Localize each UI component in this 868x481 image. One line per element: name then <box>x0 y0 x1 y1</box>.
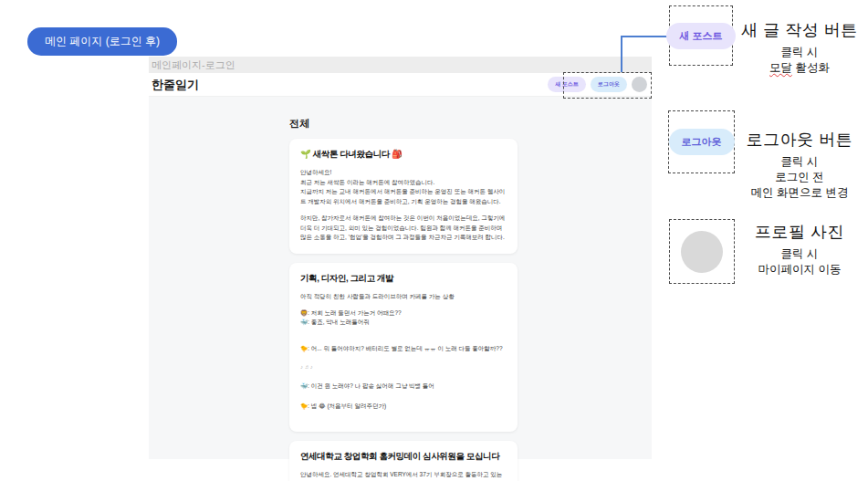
chat-line: 🐤: 어... 뭐 틀어야하지? 배터리도 별로 없는데 ㅠㅠ 이 노래 다들 … <box>300 344 507 354</box>
annotation-line: 클릭 시 <box>731 154 868 170</box>
chat-line: 🐤: 넵 😂 (처음부터 알려주던가) <box>300 402 507 412</box>
annotation-line: 클릭 시 <box>731 45 868 60</box>
profile-avatar-sample <box>681 231 723 273</box>
post-card-3[interactable]: 연세대학교 창업학회 홈커밍데이 심사위원을 모십니다 안녕하세요. 연세대학교… <box>289 441 518 481</box>
post-card-2[interactable]: 기획, 디자인, 그리고 개발 아직 적당히 친한 사람들과 드라이브하며 카페… <box>289 263 518 432</box>
post-paragraph: 안녕하세요! 최근 저는 새싹톤 이라는 해커톤에 참여하였습니다. 지금까지 … <box>300 168 507 207</box>
annotation-line: 마이페이지 이동 <box>731 262 868 277</box>
post-paragraph: 아직 적당히 친한 사람들과 드라이브하며 카페를 가는 상황 <box>300 292 507 302</box>
post-title: 연세대학교 창업학회 홈커밍데이 심사위원을 모십니다 <box>300 451 507 463</box>
app-title: 한줄일기 <box>152 77 199 93</box>
filter-all-label[interactable]: 전체 <box>289 117 518 131</box>
app-screenshot: 메인페이지-로그인 한줄일기 새 포스트 로그아웃 전체 🌱 새싹톤 다녀왔습니… <box>149 57 652 459</box>
annotation-box-new-post: 새 포스트 <box>669 5 733 66</box>
chat-note: ♪ ♬♪ <box>300 363 507 371</box>
annotation-title: 로그아웃 버튼 <box>731 129 868 151</box>
post-paragraph: 🦁: 저희 노래 들면서 가는거 어때요?? 🐳: 좋죠, 막내 노래틀어줘 <box>300 308 507 328</box>
annotation-profile: 프로필 사진 클릭 시 마이페이지 이동 <box>731 221 868 277</box>
annotation-line: 로그인 전 <box>731 170 868 185</box>
annotation-logout: 로그아웃 버튼 클릭 시 로그인 전 메인 화면으로 변경 <box>731 129 868 201</box>
connector-line-vertical <box>621 36 622 72</box>
annotation-line: 메인 화면으로 변경 <box>731 185 868 201</box>
chat-line: 🐳: 이건 뭔 노래야? 나 팝송 싫어해 그냥 빅뱅 틀어 <box>300 382 507 392</box>
post-title: 기획, 디자인, 그리고 개발 <box>300 273 507 285</box>
post-paragraph: 하지만, 참가자로서 해커톤에 참여하는 것은 이번이 처음이었는데요, 그렇기… <box>300 214 507 243</box>
logout-button-sample: 로그아웃 <box>669 129 735 155</box>
post-feed: 전체 🌱 새싹톤 다녀왔습니다 🎒 안녕하세요! 최근 저는 새싹톤 이라는 해… <box>289 117 518 481</box>
page-label-badge: 메인 페이지 (로그인 후) <box>27 27 177 56</box>
annotation-box-logout: 로그아웃 <box>668 110 735 173</box>
annotation-title: 프로필 사진 <box>731 221 868 243</box>
screenshot-caption: 메인페이지-로그인 <box>149 57 652 73</box>
post-paragraph: 안녕하세요. 연세대학교 창업학회 VERY에서 37기 부회장으로 활동하고 … <box>300 470 507 481</box>
annotation-line: 클릭 시 <box>731 246 868 262</box>
new-post-button-sample: 새 포스트 <box>666 23 735 49</box>
annotation-box-profile <box>669 219 735 284</box>
header-buttons-selection-box <box>563 72 652 99</box>
annotation-new-post: 새 글 작성 버튼 클릭 시 모달 활성화 <box>731 19 868 76</box>
post-paragraph: 🐤: 어... 뭐 틀어야하지? 배터리도 별로 없는데 ㅠㅠ 이 노래 다들 … <box>300 334 507 421</box>
post-title: 🌱 새싹톤 다녀왔습니다 🎒 <box>300 149 507 161</box>
design-spec-page: 메인 페이지 (로그인 후) 메인페이지-로그인 한줄일기 새 포스트 로그아웃… <box>0 0 868 481</box>
connector-line-horizontal <box>622 36 669 37</box>
annotation-line-rest: 활성화 <box>792 61 830 74</box>
annotation-line: 모달 활성화 <box>731 60 868 76</box>
post-card-1[interactable]: 🌱 새싹톤 다녀왔습니다 🎒 안녕하세요! 최근 저는 새싹톤 이라는 해커톤에… <box>289 139 518 254</box>
misspelled-word: 모달 <box>769 61 792 74</box>
annotation-title: 새 글 작성 버튼 <box>731 19 868 41</box>
